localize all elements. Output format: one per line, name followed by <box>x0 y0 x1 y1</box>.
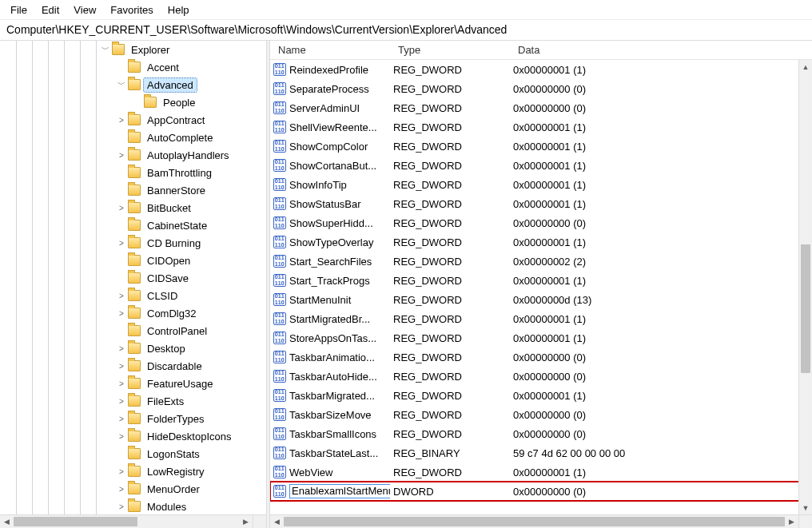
reg-value-icon: 011110 <box>273 331 286 344</box>
tree-item[interactable]: >CLSID <box>0 287 266 304</box>
chevron-right-icon[interactable]: > <box>115 113 128 126</box>
tree-item[interactable]: >HideDesktopIcons <box>0 427 266 445</box>
value-type: REG_DWORD <box>390 390 510 402</box>
tree-item[interactable]: >BitBucket <box>0 199 266 216</box>
list-row[interactable]: 011110ShowSuperHidd...REG_DWORD0x0000000… <box>270 213 812 232</box>
list-row[interactable]: 011110TaskbarSmallIconsREG_DWORD0x000000… <box>270 424 812 443</box>
tree-item[interactable]: ControlPanel <box>0 322 266 339</box>
tree-item[interactable]: AutoComplete <box>0 129 266 146</box>
tree-item[interactable]: >FileExts <box>0 392 266 410</box>
list-row[interactable]: 011110SeparateProcessREG_DWORD0x00000000… <box>270 79 812 98</box>
tree-item[interactable]: >Discardable <box>0 357 266 375</box>
tree-item[interactable]: >AutoplayHandlers <box>0 146 266 164</box>
chevron-right-icon[interactable]: > <box>115 412 128 425</box>
reg-value-icon: 011110 <box>273 63 286 76</box>
list-row[interactable]: 011110EnablexamlStartMenuDWORD0x00000000… <box>270 482 812 501</box>
list-row[interactable]: 011110ShowCompColorREG_DWORD0x00000001 (… <box>270 137 812 156</box>
list-row[interactable]: 011110ShowInfoTipREG_DWORD0x00000001 (1) <box>270 175 812 194</box>
chevron-right-icon[interactable]: > <box>115 482 128 495</box>
scroll-down-icon[interactable]: ▼ <box>799 501 812 514</box>
list-row[interactable]: 011110Start_SearchFilesREG_DWORD0x000000… <box>270 252 812 271</box>
chevron-right-icon[interactable]: > <box>115 359 128 372</box>
scroll-right-icon[interactable]: ▶ <box>785 515 798 528</box>
tree-item[interactable]: BannerStore <box>0 181 266 199</box>
tree-label: People <box>160 96 198 109</box>
list-hscrollbar[interactable]: ◀ ▶ <box>270 514 798 528</box>
list-row[interactable]: 011110TaskbarAutoHide...REG_DWORD0x00000… <box>270 367 812 386</box>
list-row[interactable]: 011110ShellViewReente...REG_DWORD0x00000… <box>270 117 812 137</box>
scroll-up-icon[interactable]: ▲ <box>799 60 812 73</box>
tree-item[interactable]: >AppContract <box>0 111 266 129</box>
tree-item[interactable]: ﹀Advanced <box>0 76 266 93</box>
list-row[interactable]: 011110StoreAppsOnTas...REG_DWORD0x000000… <box>270 328 812 347</box>
column-header-data[interactable]: Data <box>510 44 812 56</box>
chevron-right-icon[interactable]: > <box>115 395 128 407</box>
scroll-left-icon[interactable]: ◀ <box>0 515 14 528</box>
tree-label: CabinetState <box>144 219 210 232</box>
menu-file[interactable]: File <box>5 3 33 17</box>
tree-label: CD Burning <box>144 236 204 250</box>
tree-item[interactable]: LogonStats <box>0 445 266 462</box>
menu-favorites[interactable]: Favorites <box>105 3 158 17</box>
tree-item[interactable]: >Desktop <box>0 339 266 357</box>
column-header-type[interactable]: Type <box>390 44 510 56</box>
list-row[interactable]: 011110TaskbarStateLast...REG_BINARY59 c7… <box>270 443 812 462</box>
list-row[interactable]: 011110ShowTypeOverlayREG_DWORD0x00000001… <box>270 232 812 252</box>
scroll-left-icon[interactable]: ◀ <box>270 515 284 528</box>
list-row[interactable]: 011110Start_TrackProgsREG_DWORD0x0000000… <box>270 271 812 290</box>
list-row[interactable]: 011110ShowCortanaBut...REG_DWORD0x000000… <box>270 156 812 175</box>
address-bar[interactable]: Computer\HKEY_CURRENT_USER\Software\Micr… <box>0 19 812 40</box>
tree-item[interactable]: People <box>0 93 266 111</box>
chevron-down-icon[interactable]: ﹀ <box>115 78 128 91</box>
tree-item[interactable]: >ComDlg32 <box>0 304 266 322</box>
chevron-right-icon[interactable]: > <box>115 236 128 249</box>
chevron-right-icon[interactable]: > <box>115 500 128 513</box>
tree-item[interactable]: CIDSave <box>0 269 266 287</box>
chevron-right-icon[interactable]: > <box>115 201 128 214</box>
list-row[interactable]: 011110TaskbarAnimatio...REG_DWORD0x00000… <box>270 347 812 367</box>
tree-item[interactable]: >CD Burning <box>0 234 266 252</box>
tree-hscrollbar[interactable]: ◀ ▶ <box>0 514 253 528</box>
menu-help[interactable]: Help <box>162 3 195 17</box>
tree-item[interactable]: >Modules <box>0 498 266 514</box>
list-row[interactable]: 011110ServerAdminUIREG_DWORD0x00000000 (… <box>270 98 812 117</box>
menu-view[interactable]: View <box>68 3 102 17</box>
reg-value-icon: 011110 <box>273 101 286 114</box>
chevron-right-icon[interactable]: > <box>115 377 128 390</box>
rename-input[interactable]: EnablexamlStartMenu <box>289 484 390 498</box>
tree-item[interactable]: ﹀Explorer <box>0 41 266 58</box>
column-header-name[interactable]: Name <box>270 44 390 56</box>
tree-label: Explorer <box>128 43 173 57</box>
list-row[interactable]: 011110ReindexedProfileREG_DWORD0x0000000… <box>270 60 812 79</box>
chevron-right-icon[interactable]: > <box>115 430 128 443</box>
value-data: 0x00000001 (1) <box>510 313 812 325</box>
list-row[interactable]: 011110TaskbarSizeMoveREG_DWORD0x00000000… <box>270 405 812 424</box>
list-row[interactable]: 011110ShowStatusBarREG_DWORD0x00000001 (… <box>270 194 812 213</box>
tree-item[interactable]: CIDOpen <box>0 252 266 269</box>
reg-value-icon: 011110 <box>273 370 286 383</box>
list-row[interactable]: 011110WebViewREG_DWORD0x00000001 (1) <box>270 462 812 482</box>
chevron-down-icon[interactable]: ﹀ <box>99 43 112 56</box>
list-row[interactable]: 011110StartMenuInitREG_DWORD0x0000000d (… <box>270 290 812 309</box>
tree-item[interactable]: >MenuOrder <box>0 480 266 498</box>
tree-item[interactable]: >FeatureUsage <box>0 375 266 392</box>
chevron-right-icon[interactable]: > <box>115 465 128 478</box>
tree-item[interactable]: >LowRegistry <box>0 462 266 480</box>
tree-item[interactable]: CabinetState <box>0 216 266 234</box>
list-row[interactable]: 011110TaskbarMigrated...REG_DWORD0x00000… <box>270 386 812 405</box>
menu-edit[interactable]: Edit <box>36 3 65 17</box>
chevron-right-icon[interactable]: > <box>115 289 128 302</box>
tree-item[interactable]: BamThrottling <box>0 164 266 181</box>
list-row[interactable]: 011110StartMigratedBr...REG_DWORD0x00000… <box>270 309 812 328</box>
chevron-right-icon[interactable]: > <box>115 342 128 355</box>
folder-icon <box>128 62 141 73</box>
scroll-corner <box>798 514 812 528</box>
chevron-right-icon[interactable]: > <box>115 307 128 320</box>
value-type: REG_DWORD <box>390 351 510 363</box>
tree-item[interactable]: Accent <box>0 58 266 76</box>
tree-item[interactable]: >FolderTypes <box>0 410 266 427</box>
value-type: REG_DWORD <box>390 313 510 325</box>
scroll-right-icon[interactable]: ▶ <box>239 515 253 528</box>
list-vscrollbar[interactable]: ▲ ▼ <box>798 60 812 514</box>
chevron-right-icon[interactable]: > <box>115 149 128 161</box>
